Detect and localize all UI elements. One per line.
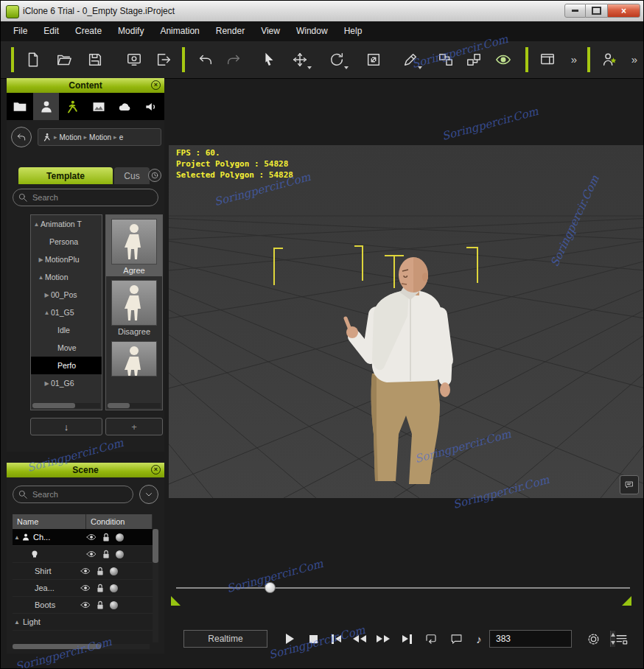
menu-render[interactable]: Render <box>208 21 253 41</box>
unlink-button[interactable] <box>462 49 486 71</box>
timeline-track[interactable] <box>176 587 630 589</box>
column-header-name[interactable]: Name <box>13 514 86 529</box>
table-row[interactable]: ▲ Light <box>13 614 153 631</box>
link-button[interactable] <box>434 49 458 71</box>
expand-icon[interactable]: ▶ <box>37 256 45 263</box>
breadcrumb-item[interactable]: Motion <box>60 133 82 141</box>
column-header-condition[interactable]: Condition <box>86 514 153 529</box>
material-ball-icon[interactable] <box>110 601 118 609</box>
table-row[interactable]: ▲ Ch... <box>13 529 153 546</box>
table-row[interactable]: Shirt <box>13 563 153 580</box>
expand-icon[interactable]: ▲ <box>37 274 45 281</box>
redo-button[interactable] <box>222 49 245 71</box>
eye-icon[interactable] <box>86 533 97 542</box>
tree-item[interactable]: ▲01_G5 <box>31 304 102 321</box>
undo-button[interactable] <box>194 49 217 71</box>
close-button[interactable]: × <box>607 4 640 18</box>
preview-render-button[interactable] <box>122 49 146 71</box>
lock-icon[interactable] <box>96 600 105 610</box>
tab-template[interactable]: Template <box>18 167 113 184</box>
table-row[interactable] <box>13 546 153 563</box>
add-content-button[interactable]: + <box>105 418 163 435</box>
scene-search-input[interactable] <box>13 486 133 503</box>
caption-button[interactable] <box>446 629 466 648</box>
tab-stage[interactable] <box>112 93 139 120</box>
move-tool-button[interactable] <box>288 49 312 71</box>
playback-settings-button[interactable] <box>583 629 603 648</box>
eye-icon[interactable] <box>80 600 91 609</box>
tab-folder[interactable] <box>7 93 33 120</box>
material-ball-icon[interactable] <box>110 567 118 575</box>
visibility-button[interactable] <box>491 49 515 71</box>
expand-icon[interactable]: ▶ <box>43 380 51 387</box>
rotate-tool-button[interactable] <box>325 49 349 71</box>
tree-item[interactable]: Move <box>31 339 102 357</box>
scene-panel-header[interactable]: Scene × <box>7 463 164 477</box>
play-range-start-marker[interactable] <box>171 596 181 606</box>
menu-file[interactable]: File <box>5 21 35 41</box>
scene-vscrollbar[interactable] <box>153 529 158 642</box>
thumbnail-item[interactable] <box>106 337 162 399</box>
previous-frame-button[interactable] <box>349 629 370 648</box>
tree-item[interactable]: ▲Animation T <box>31 215 102 233</box>
tree-item[interactable]: Idle <box>31 321 102 339</box>
minimize-button[interactable] <box>564 4 586 18</box>
loop-button[interactable] <box>421 629 441 648</box>
thumbs-hscrollbar[interactable] <box>108 403 161 408</box>
tree-item[interactable]: Persona <box>31 233 102 251</box>
export-button[interactable] <box>152 49 175 71</box>
material-ball-icon[interactable] <box>116 533 124 542</box>
tree-item[interactable]: ▶MotionPlu <box>31 251 102 268</box>
tree-item[interactable]: ▲Motion <box>31 268 102 286</box>
expand-icon[interactable]: ▲ <box>32 221 41 228</box>
breadcrumb-item[interactable]: e <box>119 133 124 141</box>
material-ball-icon[interactable] <box>116 550 124 558</box>
paint-tool-button[interactable] <box>399 49 422 71</box>
add-actor-button[interactable] <box>598 49 621 71</box>
go-to-end-button[interactable] <box>396 629 417 648</box>
viewport-comment-button[interactable] <box>620 475 639 494</box>
scene-filter-button[interactable] <box>139 485 158 504</box>
eye-icon[interactable] <box>80 567 91 575</box>
menu-help[interactable]: Help <box>336 21 371 41</box>
track-list-button[interactable] <box>611 629 631 648</box>
lock-icon[interactable] <box>96 584 105 593</box>
expand-icon[interactable]: ▲ <box>13 619 21 626</box>
go-to-start-button[interactable] <box>326 629 346 648</box>
next-frame-button[interactable] <box>373 629 393 648</box>
back-button[interactable] <box>11 127 32 147</box>
expand-icon[interactable]: ▲ <box>13 534 21 541</box>
scene-hscrollbar[interactable] <box>13 644 150 649</box>
tree-item[interactable]: ▶00_Pos <box>31 286 102 304</box>
menu-edit[interactable]: Edit <box>35 21 67 41</box>
select-tool-button[interactable] <box>257 49 281 71</box>
play-button[interactable] <box>279 629 300 648</box>
eye-icon[interactable] <box>86 550 97 558</box>
menu-animation[interactable]: Animation <box>152 21 207 41</box>
lock-icon[interactable] <box>102 550 111 559</box>
scrollbar-thumb[interactable] <box>32 403 75 408</box>
menu-window[interactable]: Window <box>288 21 336 41</box>
title-bar[interactable]: iClone 6 Trial - 0_Empty Stage.iProject … <box>1 1 644 22</box>
scale-tool-button[interactable] <box>362 49 385 71</box>
apply-motion-button[interactable]: ↓ <box>30 418 102 435</box>
viewport-canvas[interactable]: FPS : 60. Project Polygon : 54828 Select… <box>169 145 644 498</box>
content-panel-header[interactable]: Content × <box>7 78 164 93</box>
table-row[interactable]: Boots <box>13 597 153 614</box>
menu-modify[interactable]: Modify <box>110 21 152 41</box>
eye-icon[interactable] <box>80 584 91 592</box>
material-ball-icon[interactable] <box>110 584 118 592</box>
timeline-handle[interactable] <box>265 582 276 593</box>
menu-view[interactable]: View <box>253 21 288 41</box>
tab-audio[interactable] <box>138 93 164 120</box>
character-model[interactable] <box>325 250 458 493</box>
open-project-button[interactable] <box>52 49 76 71</box>
lock-icon[interactable] <box>102 533 111 542</box>
maximize-button[interactable] <box>586 4 607 18</box>
key-button[interactable]: ♪ <box>469 629 489 648</box>
tree-hscrollbar[interactable] <box>32 403 100 408</box>
lock-icon[interactable] <box>96 567 105 576</box>
tab-extra-button[interactable] <box>148 169 161 182</box>
table-row[interactable]: Jea... <box>13 580 153 597</box>
panel-layout-button[interactable] <box>536 49 559 71</box>
